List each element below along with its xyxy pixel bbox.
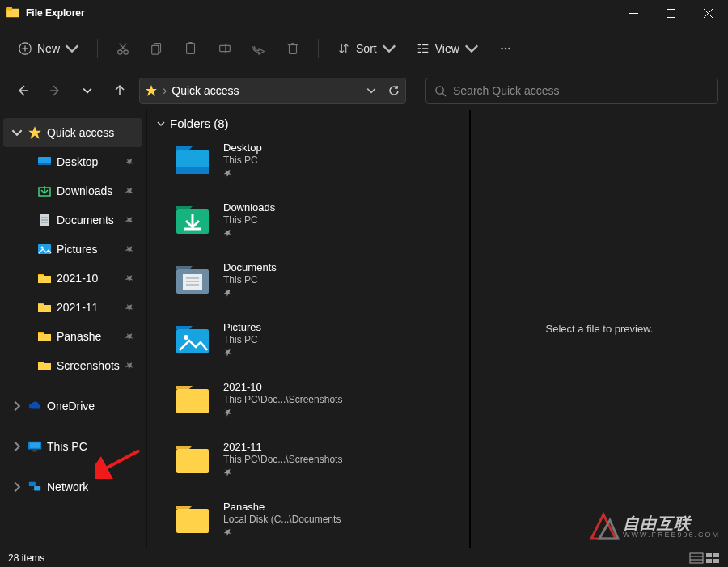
folder-item[interactable]: 2021-10 This PC\Doc...\Screenshots	[157, 376, 459, 436]
sort-button[interactable]: Sort	[328, 34, 404, 63]
watermark-text: 自由互联	[623, 515, 720, 531]
folder-path: This PC\Doc...\Screenshots	[223, 454, 342, 465]
svg-line-38	[442, 93, 446, 96]
network-icon	[28, 480, 42, 494]
svg-rect-76	[706, 559, 712, 563]
folder-item[interactable]: Panashe Local Disk (C...\Documents	[157, 496, 459, 548]
cut-icon	[116, 41, 130, 56]
view-icon	[416, 41, 430, 56]
sidebar-network[interactable]: Network	[3, 472, 142, 501]
sidebar-onedrive[interactable]: OneDrive	[3, 391, 142, 421]
close-button[interactable]	[689, 0, 726, 26]
search-icon	[434, 85, 447, 97]
folder-item[interactable]: Desktop This PC	[157, 137, 459, 197]
sidebar-item-label: Documents	[57, 214, 120, 226]
more-button[interactable]	[490, 34, 521, 63]
refresh-icon[interactable]	[387, 84, 400, 97]
chevron-down-icon[interactable]	[366, 86, 376, 95]
svg-rect-19	[290, 45, 297, 54]
svg-rect-74	[706, 553, 712, 557]
address-bar[interactable]: › Quick access	[139, 78, 406, 104]
copy-icon	[150, 41, 164, 56]
address-path: Quick access	[171, 84, 362, 97]
folder-item[interactable]: Downloads This PC	[157, 197, 459, 256]
sidebar-item[interactable]: 2021-11	[3, 293, 142, 322]
tiles-view-button[interactable]	[705, 552, 720, 565]
paste-icon	[184, 41, 198, 56]
folder-item[interactable]: Pictures This PC	[157, 316, 459, 376]
folder-icon	[37, 271, 52, 286]
sidebar-item[interactable]: Documents	[3, 205, 142, 235]
sidebar-item[interactable]: Pictures	[3, 235, 142, 264]
view-button[interactable]: View	[408, 34, 487, 63]
svg-rect-77	[713, 559, 719, 563]
chevron-down-icon	[11, 127, 23, 138]
new-button[interactable]: New	[10, 34, 87, 63]
search-box[interactable]	[425, 78, 718, 104]
folder-item[interactable]: 2021-11 This PC\Doc...\Screenshots	[157, 436, 459, 496]
trash-icon	[286, 41, 300, 56]
maximize-button[interactable]	[652, 0, 689, 26]
svg-rect-70	[176, 509, 209, 533]
folder-item[interactable]: Documents This PC	[157, 256, 459, 316]
sidebar-item[interactable]: Screenshots	[3, 351, 142, 380]
sidebar-item[interactable]: Downloads	[3, 176, 142, 205]
svg-rect-62	[183, 274, 202, 290]
svg-rect-69	[176, 449, 209, 473]
star-icon	[28, 125, 42, 140]
pin-icon	[125, 186, 134, 196]
folder-icon	[175, 203, 210, 239]
paste-button[interactable]	[176, 34, 206, 63]
svg-point-31	[505, 48, 507, 50]
delete-button[interactable]	[277, 34, 308, 63]
folder-list[interactable]: Folders (8) Desktop This PC Downloads Th…	[147, 110, 471, 548]
chevron-down-icon	[157, 120, 165, 128]
svg-rect-57	[176, 167, 209, 174]
pin-icon	[223, 228, 232, 237]
folder-name: Desktop	[223, 142, 262, 154]
rename-button[interactable]	[210, 34, 240, 63]
minimize-button[interactable]	[615, 0, 652, 26]
folder-name: Documents	[223, 261, 277, 273]
sidebar-item[interactable]: 2021-10	[3, 264, 142, 293]
watermark: 自由互联 WWW.FREE996.COM	[587, 510, 720, 543]
svg-rect-3	[667, 9, 675, 17]
svg-point-67	[184, 335, 188, 340]
share-button[interactable]	[243, 34, 274, 63]
folder-path: This PC\Doc...\Screenshots	[223, 394, 342, 405]
view-mode-switcher	[689, 552, 720, 565]
statusbar: 28 items	[0, 548, 728, 567]
preview-message: Select a file to preview.	[546, 323, 654, 335]
search-input[interactable]	[453, 84, 709, 97]
sidebar-quick-access[interactable]: Quick access	[3, 118, 142, 147]
share-icon	[252, 41, 266, 56]
sidebar-item-label: Pictures	[57, 243, 120, 256]
forward-button[interactable]	[42, 78, 68, 104]
more-icon	[498, 41, 513, 56]
new-label: New	[37, 42, 60, 55]
chevron-down-icon	[464, 41, 479, 56]
svg-point-30	[501, 48, 503, 50]
sidebar-item[interactable]: Panashe	[3, 322, 142, 351]
sidebar-item-label: This PC	[47, 440, 142, 453]
up-button[interactable]	[107, 78, 133, 104]
sidebar[interactable]: Quick access Desktop Downloads Documents…	[0, 110, 147, 548]
folder-icon	[37, 300, 52, 315]
details-view-button[interactable]	[689, 552, 704, 565]
folders-group-header[interactable]: Folders (8)	[157, 116, 459, 130]
folder-name: 2021-10	[223, 381, 342, 393]
folder-name: 2021-11	[223, 441, 342, 453]
sidebar-this-pc[interactable]: This PC	[3, 432, 142, 461]
folder-icon	[175, 502, 210, 538]
sidebar-item[interactable]: Desktop	[3, 147, 142, 176]
cut-button[interactable]	[108, 34, 138, 63]
star-icon	[145, 84, 158, 97]
back-button[interactable]	[10, 78, 36, 104]
recent-button[interactable]	[74, 78, 100, 104]
folder-icon	[175, 143, 210, 179]
pin-icon	[223, 168, 232, 177]
copy-button[interactable]	[142, 34, 172, 63]
svg-rect-41	[38, 163, 51, 165]
folder-path: This PC	[223, 214, 275, 226]
window-title: File Explorer	[26, 7, 85, 19]
